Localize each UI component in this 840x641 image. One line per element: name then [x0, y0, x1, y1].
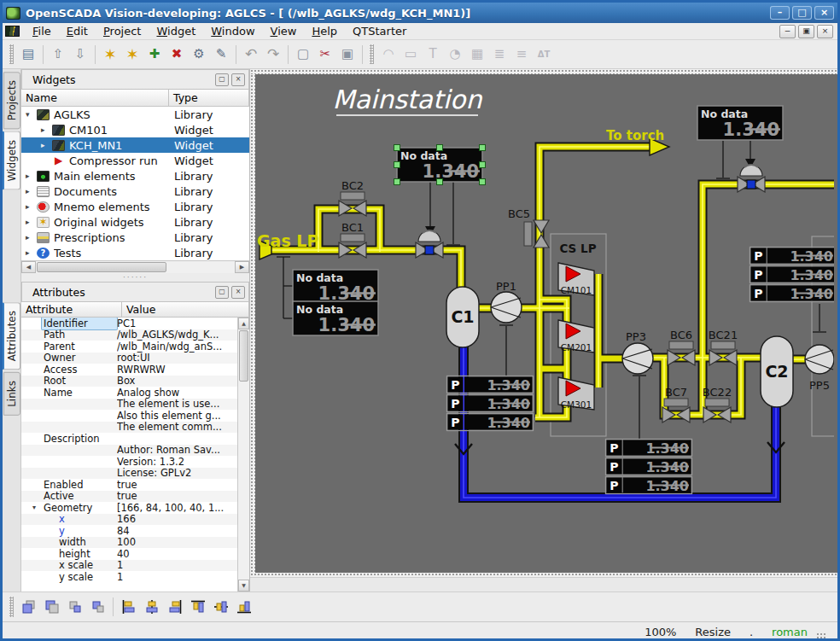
- expander-icon[interactable]: [26, 110, 37, 119]
- dock-float-button[interactable]: ▢: [215, 73, 229, 86]
- widget-tree-item[interactable]: Main elements Library: [21, 168, 249, 184]
- menu-item[interactable]: Edit: [59, 23, 96, 39]
- element-protocol-button[interactable]: ≣: [488, 44, 510, 66]
- mnemoscheme[interactable]: P 1.340 No data 1.340 CM1: [255, 74, 834, 573]
- menu-item[interactable]: View: [263, 23, 305, 39]
- attribute-row[interactable]: Path /wlb_AGLKS/wdg_K...: [21, 329, 238, 341]
- element-document-button[interactable]: ≡: [510, 44, 533, 66]
- attribute-row[interactable]: The element is use...: [21, 399, 238, 411]
- side-tab[interactable]: Widgets: [3, 131, 20, 190]
- attribute-row[interactable]: Name Analog show: [21, 387, 238, 399]
- mdi-restore-button[interactable]: ▣: [798, 25, 814, 38]
- cut-button[interactable]: ✂: [314, 44, 336, 66]
- column-attribute[interactable]: Attribute: [21, 302, 122, 318]
- align-left-button[interactable]: [117, 596, 140, 619]
- expander-icon[interactable]: [41, 125, 52, 134]
- menu-item[interactable]: QTStarter: [345, 23, 414, 39]
- attribute-row[interactable]: Owner root:UI: [21, 353, 238, 364]
- qtstarter-tray-icon[interactable]: [5, 26, 20, 37]
- save-to-db-button[interactable]: ⇩: [69, 44, 91, 66]
- dock-splitter[interactable]: ······: [21, 273, 249, 282]
- widget-tree-item[interactable]: ▶ Compressor run Widget: [21, 153, 249, 168]
- element-diagram-button[interactable]: ▦: [466, 44, 488, 66]
- dock-float-button[interactable]: ▢: [215, 286, 229, 299]
- add-visual-item-button[interactable]: ✶: [121, 44, 143, 66]
- attribute-row[interactable]: Geometry [166, 84, 100, 40, 1...: [21, 502, 238, 514]
- menu-item[interactable]: Project: [96, 23, 149, 39]
- pump-pp3[interactable]: [622, 343, 653, 374]
- scroll-left-icon[interactable]: ◀: [21, 261, 36, 273]
- menu-item[interactable]: Help: [304, 23, 345, 39]
- raise-top-button[interactable]: [17, 596, 40, 619]
- new-visual-item-button[interactable]: ✶: [99, 44, 121, 66]
- undo-button[interactable]: ↶: [240, 44, 262, 66]
- align-right-button[interactable]: [163, 596, 186, 619]
- expander-icon[interactable]: [26, 233, 37, 242]
- attributes-vertical-scrollbar[interactable]: ▲ ▼: [237, 318, 249, 591]
- widget-edit-button[interactable]: ✎: [210, 44, 232, 66]
- attribute-row[interactable]: The element comm...: [21, 422, 238, 434]
- menu-item[interactable]: Widget: [149, 23, 203, 39]
- widget-tree-item[interactable]: ✶ Original widgets Library: [21, 214, 249, 230]
- dock-close-button[interactable]: ×: [231, 73, 245, 86]
- widget-tree-item[interactable]: Prescriptions Library: [21, 230, 249, 245]
- widget-tree-item[interactable]: AGLKS Library: [21, 107, 249, 122]
- menu-item[interactable]: Window: [203, 23, 262, 39]
- toolbar-grip[interactable]: [9, 597, 14, 617]
- widget-tree-item[interactable]: Documents Library: [21, 184, 249, 199]
- pump-pp1[interactable]: [491, 292, 522, 323]
- attribute-row[interactable]: Author: Roman Sav...: [21, 445, 238, 457]
- expander-icon[interactable]: [26, 248, 37, 257]
- raise-button[interactable]: [63, 596, 86, 619]
- tree-horizontal-scrollbar[interactable]: ◀ ▶: [21, 260, 249, 273]
- close-button[interactable]: ×: [814, 6, 834, 20]
- side-tab[interactable]: Links: [3, 372, 20, 416]
- widget-properties-button[interactable]: ⚙: [188, 44, 210, 66]
- load-from-db-button[interactable]: ⇧: [47, 44, 69, 66]
- attribute-row[interactable]: Description: [21, 433, 238, 445]
- side-tab[interactable]: Projects: [3, 72, 20, 129]
- attribute-row[interactable]: Version: 1.3.2: [21, 456, 238, 468]
- side-tab[interactable]: Attributes: [3, 302, 20, 370]
- scrollbar-thumb[interactable]: [37, 262, 166, 272]
- attribute-row[interactable]: y 84: [21, 525, 238, 537]
- expander-icon[interactable]: [41, 141, 52, 149]
- current-user[interactable]: roman: [772, 626, 808, 638]
- attribute-row[interactable]: height 40: [21, 548, 238, 560]
- scroll-up-icon[interactable]: ▲: [238, 318, 249, 329]
- align-hcenter-button[interactable]: [140, 596, 163, 619]
- dock-close-button[interactable]: ×: [231, 286, 245, 299]
- scroll-down-icon[interactable]: ▼: [238, 580, 249, 591]
- delete-widget-button[interactable]: ✖: [166, 44, 188, 66]
- mdi-minimize-button[interactable]: −: [779, 25, 796, 38]
- attribute-row[interactable]: Parent /wlb_Main/wdg_anS...: [21, 341, 238, 353]
- copy-button[interactable]: ▢: [292, 44, 314, 66]
- lower-bottom-button[interactable]: [40, 596, 63, 619]
- attribute-row[interactable]: x 166: [21, 514, 238, 526]
- column-name[interactable]: Name: [21, 90, 169, 107]
- align-top-button[interactable]: [186, 596, 209, 619]
- attribute-row[interactable]: y scale 1: [21, 571, 238, 583]
- redo-button[interactable]: ↷: [262, 44, 284, 66]
- widget-edit-canvas[interactable]: P 1.340 No data 1.340 CM1: [250, 69, 837, 591]
- lower-button[interactable]: [86, 596, 109, 619]
- attribute-row[interactable]: Also this element g...: [21, 410, 238, 422]
- align-vcenter-button[interactable]: [209, 596, 232, 619]
- expander-icon[interactable]: [26, 218, 37, 226]
- canvas-horizontal-scrollbar[interactable]: [250, 577, 837, 591]
- widget-tree-item[interactable]: Mnemo elements Library: [21, 199, 249, 214]
- menu-item[interactable]: File: [25, 23, 59, 39]
- widget-tree-item[interactable]: ? Tests Library: [21, 245, 249, 260]
- element-values-button[interactable]: ΔT: [533, 44, 555, 66]
- align-bottom-button[interactable]: [232, 596, 255, 619]
- expander-icon[interactable]: [26, 187, 37, 195]
- maximize-button[interactable]: □: [792, 6, 812, 20]
- attribute-row[interactable]: Active true: [21, 491, 238, 503]
- widget-tree-item[interactable]: KCH_MN1 Widget: [21, 137, 249, 153]
- attribute-row[interactable]: Enabled true: [21, 479, 238, 491]
- resize-grip[interactable]: [816, 632, 825, 641]
- attribute-row[interactable]: width 100: [21, 537, 238, 549]
- scroll-right-icon[interactable]: ▶: [235, 261, 249, 273]
- save-button[interactable]: ▤: [17, 44, 39, 66]
- attribute-row[interactable]: License: GPLv2: [21, 468, 238, 480]
